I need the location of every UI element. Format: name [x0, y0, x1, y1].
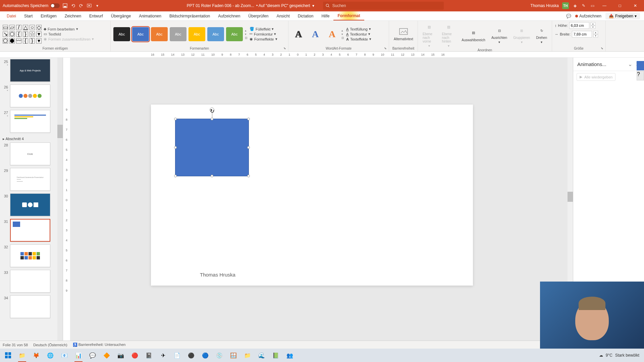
chrome-icon[interactable]: 🌐 — [44, 349, 57, 362]
side-tab-help[interactable]: ? — [637, 71, 644, 80]
style-blue[interactable]: Abc — [132, 27, 149, 41]
record-button[interactable]: Aufzeichnen — [575, 14, 601, 18]
title-dropdown-icon[interactable]: ▾ — [312, 3, 314, 8]
tab-formformat[interactable]: Formformat — [333, 11, 364, 20]
tab-entwurf[interactable]: Entwurf — [85, 11, 107, 20]
wordart-1[interactable]: A — [291, 28, 306, 41]
edge-icon[interactable]: 🌊 — [255, 349, 268, 362]
tab-animationen[interactable]: Animationen — [135, 11, 165, 20]
rectangle-shape[interactable]: ↻ — [175, 119, 249, 176]
powerpoint-icon[interactable]: 📊 — [72, 349, 85, 362]
styles-launcher-icon[interactable]: ⬊ — [283, 47, 287, 51]
rotation-handle[interactable]: ↻ — [210, 108, 214, 112]
tab-datei[interactable]: Datei — [3, 11, 20, 20]
slide-canvas-area[interactable]: ↻ Thomas Hruska — [70, 58, 573, 341]
textfield-button[interactable]: ▭ Textfeld — [44, 32, 94, 36]
slide-counter[interactable]: Folie 31 von 58 — [3, 343, 28, 347]
tab-aufzeichnen[interactable]: Aufzeichnen — [214, 11, 244, 20]
shapes-gallery[interactable]: ▭▱/△○◇ ↘⬡{}☆▾ ⬠⬢〰{}▾ — [3, 25, 42, 44]
text-outline-button[interactable]: A Textkontur ▾ — [346, 32, 371, 36]
autosave-toggle[interactable]: Automatisches Speichern — [3, 3, 60, 8]
pen-icon[interactable]: ✎ — [581, 3, 586, 8]
shape-effects-button[interactable]: ◉ Formeffekte ▾ — [250, 37, 277, 41]
height-input[interactable] — [569, 22, 589, 29]
pane-collapse-icon[interactable]: ⌄ — [628, 61, 632, 67]
side-tab-active[interactable] — [637, 61, 644, 70]
teams-icon[interactable]: 👥 — [283, 349, 297, 362]
tab-hilfe[interactable]: Hilfe — [317, 11, 333, 20]
redo-icon[interactable] — [78, 3, 84, 8]
wordart-2[interactable]: A — [308, 28, 323, 41]
slide-thumbnail-28[interactable]: Ende — [10, 142, 50, 165]
edit-shape-button[interactable]: ◆ Form bearbeiten ▾ — [44, 27, 94, 31]
slide-thumbnail-26[interactable] — [10, 84, 50, 107]
app-icon-15[interactable]: 🔵 — [199, 349, 212, 362]
rotate-button[interactable]: ↻Drehen▾ — [534, 26, 549, 44]
text-fill-button[interactable]: A Textfüllung ▾ — [346, 27, 371, 31]
slide-thumbnail-33[interactable] — [10, 270, 50, 293]
search-box[interactable] — [323, 2, 444, 10]
style-lightblue[interactable]: Abc — [207, 27, 224, 41]
maximize-button[interactable]: □ — [614, 0, 626, 11]
explorer-icon[interactable]: 📁 — [15, 349, 29, 362]
wordart-more[interactable]: ▴▾⊟ — [341, 29, 344, 40]
height-down[interactable]: ▾ — [591, 25, 595, 29]
app-icon-10[interactable]: 🔴 — [128, 349, 142, 362]
wordart-3[interactable]: A — [325, 28, 339, 41]
start-button[interactable] — [1, 349, 15, 362]
tab-einfuegen[interactable]: Einfügen — [37, 11, 60, 20]
width-input[interactable] — [572, 31, 592, 38]
app-icon-16[interactable]: 💿 — [213, 349, 226, 362]
diamond-icon[interactable]: ◈ — [572, 3, 578, 8]
slide-thumbnail-30[interactable] — [10, 193, 50, 216]
tab-bildschirm[interactable]: Bildschirmpräsentation — [165, 11, 214, 20]
firefox-icon[interactable]: 🦊 — [30, 349, 43, 362]
outlook-icon[interactable]: 📧 — [58, 349, 71, 362]
style-gallery-more[interactable]: ▴▾⊟ — [245, 29, 248, 40]
selection-pane-button[interactable]: ▤Auswahlbereich — [460, 28, 487, 42]
alt-text-button[interactable]: Alternativtext — [392, 27, 415, 41]
style-orange[interactable]: Abc — [151, 27, 168, 41]
tab-zeichnen[interactable]: Zeichnen — [61, 11, 85, 20]
close-button[interactable]: ✕ — [629, 0, 641, 11]
app-icon-18[interactable]: 📁 — [241, 349, 254, 362]
section-header[interactable]: ▸ Abschnitt 4 — [2, 135, 61, 142]
weather-icon[interactable]: ☁ — [599, 353, 603, 358]
tab-ueberpruefen[interactable]: Überprüfen — [244, 11, 272, 20]
height-up[interactable]: ▴ — [591, 22, 595, 25]
window-icon[interactable]: ▭ — [590, 3, 595, 8]
app-icon-9[interactable]: 📷 — [114, 349, 127, 362]
style-green[interactable]: Abc — [226, 27, 243, 41]
text-effects-button[interactable]: A Texteffekte ▾ — [346, 37, 371, 41]
tab-ansicht[interactable]: Ansicht — [272, 11, 293, 20]
undo-icon[interactable] — [70, 3, 76, 8]
align-button[interactable]: ⊟Ausrichten▾ — [489, 26, 509, 44]
onenote-icon[interactable]: 📓 — [142, 349, 156, 362]
width-up[interactable]: ▴ — [593, 31, 598, 34]
vlc-icon[interactable]: 🔶 — [100, 349, 113, 362]
app-icon-17[interactable]: 🪟 — [227, 349, 240, 362]
wordart-dialog-launcher-icon[interactable]: ⬊ — [384, 47, 388, 51]
slide-thumbnail-34[interactable] — [10, 295, 50, 318]
minimize-button[interactable]: — — [598, 0, 610, 11]
app-icon-13[interactable]: 📄 — [170, 349, 184, 362]
obs-icon[interactable]: ⚫ — [184, 349, 198, 362]
shape-fill-button[interactable]: 🪣 Fülleffekt ▾ — [250, 27, 277, 31]
width-down[interactable]: ▾ — [593, 34, 598, 38]
slide-thumbnail-29[interactable]: Dashboard basierende Presentation━━━━━━━… — [10, 168, 50, 191]
app-icon-7[interactable]: 💬 — [86, 349, 99, 362]
user-avatar[interactable]: TH — [562, 2, 569, 9]
shape-outline-button[interactable]: ✏ Formkontur ▾ — [250, 32, 277, 36]
comments-icon[interactable]: 💬 — [566, 14, 571, 18]
slide-thumbnail-27[interactable] — [10, 110, 50, 133]
tab-dictation[interactable]: Dictation — [294, 11, 318, 20]
slideshow-icon[interactable] — [87, 3, 92, 8]
style-yellow[interactable]: Abc — [189, 27, 205, 41]
more-icon[interactable]: ▾ — [95, 3, 100, 8]
share-button[interactable]: 📤Freigeben▾ — [605, 13, 640, 19]
tab-uebergaenge[interactable]: Übergänge — [107, 11, 135, 20]
thumbs-scrollbar[interactable] — [57, 58, 63, 341]
excel-icon[interactable]: 📗 — [269, 349, 282, 362]
telegram-icon[interactable]: ✈ — [156, 349, 170, 362]
slide-thumbnail-32[interactable] — [10, 244, 50, 267]
